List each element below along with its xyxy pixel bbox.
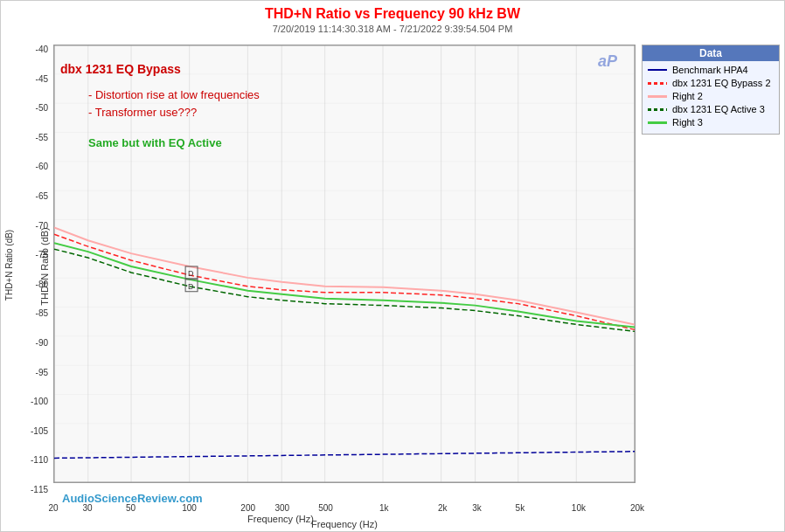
chart-subtitle: 7/20/2019 11:14:30.318 AM - 7/21/2022 9:… xyxy=(1,24,784,34)
legend-item-right2: Right 2 xyxy=(648,91,774,101)
legend-color-right3 xyxy=(648,121,667,124)
legend-item-active3: dbx 1231 EQ Active 3 xyxy=(648,104,774,114)
legend-label-right3: Right 3 xyxy=(672,117,703,128)
legend-label-bypass: dbx 1231 EQ Bypass 2 xyxy=(672,78,771,88)
annotation-eq-active: Same but with EQ Active xyxy=(88,136,222,149)
legend-item-benchmark: Benchmark HPA4 xyxy=(648,65,774,75)
legend-item-bypass: dbx 1231 EQ Bypass 2 xyxy=(648,78,774,88)
annotation-distortion: - Distortion rise at low frequencies xyxy=(88,88,260,101)
legend-item-right3: Right 3 xyxy=(648,117,774,128)
x-axis-ticks: 20 30 50 100 200 300 500 1k 2k 3k 5k 10k… xyxy=(53,503,636,521)
annotation-bypass: dbx 1231 EQ Bypass xyxy=(60,62,181,76)
chart-title: THD+N Ratio vs Frequency 90 kHz BW xyxy=(1,1,784,22)
annotation-transformer: - Transformer use??? xyxy=(88,106,197,119)
legend-label-benchmark: Benchmark HPA4 xyxy=(672,65,748,75)
x-axis-label: Frequency (Hz) xyxy=(53,519,636,529)
y-axis-label: THD+N Ratio (dB) xyxy=(5,229,15,300)
legend-label-active3: dbx 1231 EQ Active 3 xyxy=(672,104,765,114)
legend-title: Data xyxy=(643,45,779,61)
chart-container: THD+N Ratio vs Frequency 90 kHz BW 7/20/… xyxy=(0,0,785,532)
legend-color-bypass xyxy=(648,82,667,85)
legend-color-right2 xyxy=(648,95,667,98)
legend: Data Benchmark HPA4 dbx 1231 EQ Bypass 2… xyxy=(642,45,780,135)
svg-text:D: D xyxy=(188,282,194,291)
legend-color-benchmark xyxy=(648,69,667,71)
watermark: AudioScienceReview.com xyxy=(62,492,203,505)
ap-logo: aP xyxy=(596,49,627,76)
legend-label-right2: Right 2 xyxy=(672,91,703,101)
svg-text:aP: aP xyxy=(598,52,618,70)
svg-text:D: D xyxy=(188,269,194,278)
legend-color-active3 xyxy=(648,108,667,111)
